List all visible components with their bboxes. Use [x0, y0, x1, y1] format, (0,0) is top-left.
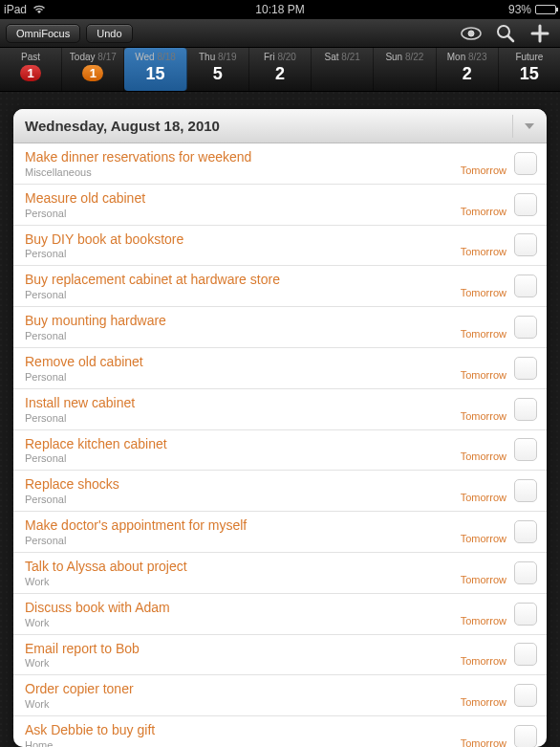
- task-context: Work: [25, 576, 453, 587]
- date-count: 5: [187, 64, 248, 84]
- date-cell[interactable]: Sat 8/21: [312, 48, 374, 91]
- date-label: Thu 8/19: [187, 52, 248, 62]
- task-due: Tomorrow: [461, 246, 506, 259]
- task-checkbox[interactable]: [514, 316, 537, 339]
- task-row[interactable]: Buy replacement cabinet at hardware stor…: [13, 266, 547, 307]
- count-badge: 1: [20, 65, 41, 81]
- task-title: Discuss book with Adam: [25, 600, 453, 616]
- task-row[interactable]: Replace kitchen cabinetPersonalTomorrow: [13, 430, 547, 472]
- task-title: Replace kitchen cabinet: [25, 436, 453, 452]
- task-due: Tomorrow: [461, 328, 506, 341]
- date-cell[interactable]: Sun 8/22: [374, 48, 436, 91]
- task-checkbox[interactable]: [514, 398, 537, 421]
- task-due: Tomorrow: [461, 369, 506, 383]
- task-checkbox[interactable]: [514, 725, 537, 747]
- task-text: Order copier tonerWork: [25, 681, 453, 710]
- back-button[interactable]: OmniFocus: [6, 24, 80, 43]
- task-context: Miscellaneous: [25, 166, 453, 178]
- date-cell[interactable]: Past1: [0, 48, 62, 91]
- task-context: Personal: [25, 412, 453, 424]
- task-title: Remove old cabinet: [25, 354, 453, 370]
- svg-point-1: [468, 31, 474, 36]
- status-time: 10:18 PM: [255, 3, 304, 16]
- task-text: Install new cabinetPersonal: [25, 395, 453, 424]
- task-context: Personal: [25, 452, 453, 464]
- task-checkbox[interactable]: [514, 275, 537, 297]
- task-checkbox[interactable]: [514, 520, 537, 543]
- task-checkbox[interactable]: [514, 603, 537, 626]
- task-row[interactable]: Email report to BobWorkTomorrow: [13, 635, 547, 676]
- task-row[interactable]: Buy DIY book at bookstorePersonalTomorro…: [13, 226, 547, 267]
- task-checkbox[interactable]: [514, 193, 537, 216]
- content-area: Wednesday, August 18, 2010 Make dinner r…: [0, 92, 560, 747]
- task-row[interactable]: Talk to Alyssa about projectWorkTomorrow: [13, 553, 547, 594]
- task-checkbox[interactable]: [514, 643, 537, 666]
- task-row[interactable]: Make dinner reservations for weekendMisc…: [13, 143, 547, 185]
- date-cell[interactable]: Thu 8/195: [187, 48, 249, 91]
- date-label: Future: [499, 52, 560, 62]
- date-cell[interactable]: Future15: [499, 48, 560, 91]
- date-count: 2: [437, 64, 498, 84]
- task-text: Buy mounting hardwarePersonal: [25, 313, 453, 341]
- task-checkbox[interactable]: [514, 684, 537, 707]
- date-label: Wed 8/18: [124, 52, 185, 62]
- task-text: Buy DIY book at bookstorePersonal: [25, 231, 453, 260]
- battery-pct: 93%: [508, 3, 531, 16]
- nav-bar: OmniFocus Undo: [0, 19, 560, 48]
- status-bar: iPad 10:18 PM 93%: [0, 0, 560, 19]
- task-row[interactable]: Make doctor's appointment for myselfPers…: [13, 512, 547, 553]
- task-context: Personal: [25, 535, 453, 546]
- task-list[interactable]: Make dinner reservations for weekendMisc…: [13, 143, 547, 747]
- task-checkbox[interactable]: [514, 152, 537, 175]
- task-row[interactable]: Measure old cabinetPersonalTomorrow: [13, 185, 547, 226]
- task-context: Personal: [25, 248, 453, 259]
- date-cell[interactable]: Today 8/171: [62, 48, 124, 91]
- task-title: Buy mounting hardware: [25, 313, 453, 329]
- task-text: Measure old cabinetPersonal: [25, 190, 453, 219]
- count-badge: 1: [82, 65, 103, 81]
- task-checkbox[interactable]: [514, 357, 537, 380]
- date-cell[interactable]: Mon 8/232: [437, 48, 499, 91]
- task-row[interactable]: Install new cabinetPersonalTomorrow: [13, 389, 547, 430]
- task-text: Ask Debbie to buy giftHome: [25, 722, 453, 747]
- panel-header: Wednesday, August 18, 2010: [13, 109, 547, 143]
- task-row[interactable]: Order copier tonerWorkTomorrow: [13, 675, 547, 716]
- task-context: Home: [25, 739, 453, 747]
- task-context: Personal: [25, 289, 453, 300]
- task-row[interactable]: Remove old cabinetPersonalTomorrow: [13, 348, 547, 389]
- collapse-button[interactable]: [512, 115, 535, 138]
- task-checkbox[interactable]: [514, 233, 537, 256]
- task-due: Tomorrow: [461, 165, 506, 178]
- task-context: Personal: [25, 494, 453, 505]
- add-icon[interactable]: [526, 22, 554, 45]
- date-count: 2: [249, 64, 311, 84]
- task-row[interactable]: Buy mounting hardwarePersonalTomorrow: [13, 307, 547, 348]
- task-title: Replace shocks: [25, 476, 453, 493]
- date-cell[interactable]: Wed 8/1815: [124, 48, 186, 91]
- search-icon[interactable]: [491, 22, 520, 45]
- task-row[interactable]: Replace shocksPersonalTomorrow: [13, 471, 547, 512]
- task-due: Tomorrow: [461, 655, 506, 669]
- task-checkbox[interactable]: [514, 438, 537, 461]
- view-icon[interactable]: [457, 22, 485, 45]
- battery-icon: [535, 5, 556, 14]
- undo-button[interactable]: Undo: [86, 24, 132, 43]
- task-context: Work: [25, 617, 453, 628]
- task-text: Replace shocksPersonal: [25, 476, 453, 505]
- task-checkbox[interactable]: [514, 561, 537, 584]
- task-checkbox[interactable]: [514, 479, 537, 502]
- task-context: Personal: [25, 330, 453, 341]
- task-text: Talk to Alyssa about projectWork: [25, 559, 453, 587]
- panel-title: Wednesday, August 18, 2010: [25, 118, 220, 134]
- date-strip: Past1Today 8/171Wed 8/1815Thu 8/195Fri 8…: [0, 48, 560, 92]
- task-row[interactable]: Discuss book with AdamWorkTomorrow: [13, 594, 547, 635]
- task-due: Tomorrow: [461, 533, 506, 546]
- task-title: Measure old cabinet: [25, 190, 453, 207]
- task-title: Ask Debbie to buy gift: [25, 722, 453, 738]
- task-row[interactable]: Ask Debbie to buy giftHomeTomorrow: [13, 716, 547, 747]
- date-label: Today 8/17: [62, 52, 123, 62]
- task-text: Make dinner reservations for weekendMisc…: [25, 149, 453, 178]
- task-due: Tomorrow: [461, 492, 506, 505]
- date-cell[interactable]: Fri 8/202: [249, 48, 312, 91]
- date-label: Mon 8/23: [437, 52, 498, 62]
